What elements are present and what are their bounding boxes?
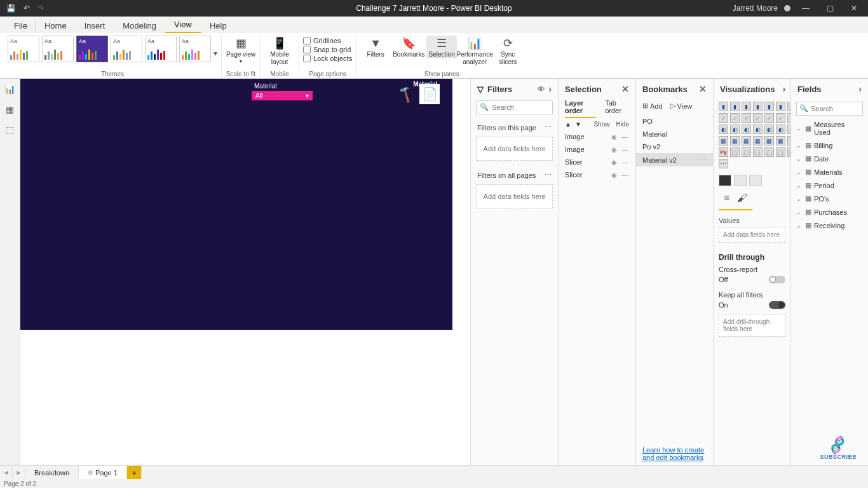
fields-well-tab[interactable] bbox=[719, 175, 731, 186]
visibility-toggle[interactable]: ◉ — bbox=[611, 172, 629, 179]
drill-well-drop[interactable]: Add drill-through fields here bbox=[719, 314, 785, 337]
viz-icon[interactable]: ◐ bbox=[753, 125, 763, 134]
viz-icon[interactable]: ▮ bbox=[753, 102, 763, 111]
document-icon[interactable]: 📄 bbox=[419, 84, 440, 104]
selection-item[interactable]: Slicer◉ — bbox=[559, 156, 635, 168]
paint-format-icon[interactable]: 🖌 bbox=[737, 193, 747, 204]
model-view-icon[interactable]: ⬚ bbox=[6, 125, 14, 135]
tab-order-tab[interactable]: Tab order bbox=[605, 99, 629, 118]
viz-icon[interactable]: ▦ bbox=[753, 136, 763, 146]
viz-icon[interactable]: ◐ bbox=[719, 125, 728, 134]
snap-checkbox[interactable]: Snap to grid bbox=[303, 46, 352, 53]
move-down-icon[interactable]: ▼ bbox=[575, 121, 581, 128]
viz-icon[interactable]: ⬚ bbox=[764, 147, 774, 157]
tab-home[interactable]: Home bbox=[36, 18, 76, 33]
bookmark-item[interactable]: Po v2 bbox=[636, 140, 713, 153]
field-table[interactable]: ⌄▦Measures Used bbox=[791, 118, 868, 139]
more-icon[interactable]: ⋯ bbox=[700, 156, 707, 164]
viz-icon[interactable]: ▦ bbox=[730, 136, 740, 146]
theme-swatch-selected[interactable]: Aa bbox=[76, 36, 108, 62]
viz-icon[interactable]: ◐ bbox=[776, 125, 785, 134]
viz-icon[interactable]: ▦ bbox=[776, 136, 785, 146]
viz-icon[interactable]: ⬚ bbox=[742, 147, 751, 157]
tab-help[interactable]: Help bbox=[201, 18, 236, 33]
viz-icon[interactable]: ▮ bbox=[719, 102, 728, 111]
format-well-tab[interactable] bbox=[734, 175, 747, 186]
bookmark-item[interactable]: Material bbox=[636, 128, 713, 140]
bookmark-item[interactable]: PO bbox=[636, 115, 713, 128]
viz-icon[interactable]: ▮ bbox=[742, 102, 751, 111]
viz-icon[interactable]: ⟋ bbox=[719, 113, 728, 123]
viz-icon[interactable]: ▮ bbox=[776, 102, 785, 111]
values-well-drop[interactable]: Add data fields here bbox=[719, 227, 785, 243]
mobile-layout-button[interactable]: 📱Mobile layout bbox=[264, 36, 295, 66]
field-table[interactable]: ⌄▦Purchases bbox=[791, 205, 868, 219]
visibility-icon[interactable]: 👁 bbox=[538, 85, 545, 93]
filters-pane-button[interactable]: ▼Filters bbox=[360, 36, 391, 58]
analytics-well-tab[interactable] bbox=[749, 175, 762, 186]
maximize-icon[interactable]: ▢ bbox=[821, 4, 839, 13]
theme-swatch[interactable]: Aa bbox=[8, 36, 39, 62]
close-icon[interactable]: ✕ bbox=[699, 84, 707, 94]
viz-icon[interactable]: ◐ bbox=[764, 125, 774, 134]
username[interactable]: Jarrett Moore bbox=[733, 4, 778, 13]
hide-button[interactable]: Hide bbox=[616, 121, 629, 128]
perf-analyzer-button[interactable]: 📊Performance analyzer bbox=[459, 36, 490, 66]
theme-swatch[interactable]: Aa bbox=[179, 36, 211, 62]
more-icon[interactable]: ⋯ bbox=[545, 171, 552, 179]
collapse-icon[interactable]: › bbox=[782, 84, 785, 94]
viz-icon[interactable]: ⬚ bbox=[776, 147, 785, 157]
keep-filters-toggle[interactable] bbox=[769, 301, 785, 309]
viz-icon[interactable]: ▦ bbox=[719, 136, 728, 146]
bookmark-help-link[interactable]: Learn how to create and edit bookmarks bbox=[636, 442, 713, 465]
close-icon[interactable]: ✕ bbox=[845, 4, 863, 13]
field-table[interactable]: ⌄▦Date bbox=[791, 152, 868, 165]
themes-dropdown-icon[interactable]: ▾ bbox=[214, 49, 217, 58]
viz-icon[interactable]: ⟋ bbox=[776, 113, 785, 123]
next-page-icon[interactable]: ► bbox=[13, 466, 25, 479]
lock-checkbox[interactable]: Lock objects bbox=[303, 55, 352, 62]
filter-drop-all[interactable]: Add data fields here bbox=[476, 184, 553, 208]
collapse-icon[interactable]: › bbox=[548, 84, 552, 94]
prev-page-icon[interactable]: ◄ bbox=[0, 466, 13, 479]
undo-icon[interactable]: ↶ bbox=[24, 4, 30, 13]
collapse-icon[interactable]: › bbox=[858, 84, 862, 94]
fields-format-icon[interactable]: ≡ bbox=[724, 193, 729, 204]
selection-item[interactable]: Image◉ — bbox=[559, 143, 635, 156]
fields-search[interactable]: 🔍 bbox=[796, 102, 863, 116]
field-table[interactable]: ⌄▦Receiving bbox=[791, 219, 868, 232]
viz-icon[interactable]: ▦ bbox=[764, 136, 774, 146]
slicer-value[interactable]: All▾ bbox=[252, 91, 313, 100]
field-table[interactable]: ⌄▦Billing bbox=[791, 139, 868, 152]
tab-insert[interactable]: Insert bbox=[76, 18, 114, 33]
report-view-icon[interactable]: 📊 bbox=[4, 84, 15, 94]
field-table[interactable]: ⌄▦Period bbox=[791, 179, 868, 192]
viz-icon[interactable]: ⬚ bbox=[753, 147, 763, 157]
more-icon[interactable]: ⋯ bbox=[545, 123, 552, 132]
bookmarks-pane-button[interactable]: 🔖Bookmarks bbox=[393, 36, 424, 58]
viz-icon[interactable]: ⬚ bbox=[730, 147, 740, 157]
viz-icon[interactable]: ▦ bbox=[742, 136, 751, 146]
page-view-button[interactable]: ▦Page view▾ bbox=[226, 36, 256, 65]
theme-swatch[interactable]: Aa bbox=[111, 36, 142, 62]
viz-icon[interactable]: Py bbox=[719, 147, 728, 157]
viz-icon[interactable]: ◐ bbox=[730, 125, 740, 134]
data-view-icon[interactable]: ▦ bbox=[6, 104, 14, 114]
theme-swatch[interactable]: Aa bbox=[145, 36, 177, 62]
layer-order-tab[interactable]: Layer order bbox=[565, 99, 596, 118]
visibility-toggle[interactable]: ◉ — bbox=[611, 146, 629, 153]
visibility-toggle[interactable]: ◉ — bbox=[611, 133, 629, 140]
save-icon[interactable]: 💾 bbox=[6, 4, 16, 13]
page-tab[interactable]: Breakdown bbox=[25, 466, 79, 479]
redo-icon[interactable]: ↷ bbox=[37, 4, 44, 13]
viz-icon[interactable]: ▮ bbox=[730, 102, 740, 111]
filters-on-page-header[interactable]: Filters on this page⋯ bbox=[471, 119, 558, 135]
theme-swatch[interactable]: Aa bbox=[42, 36, 74, 62]
tab-view[interactable]: View bbox=[165, 17, 201, 33]
viz-icon[interactable]: ⟋ bbox=[730, 113, 740, 123]
filter-search[interactable]: 🔍 bbox=[476, 100, 553, 114]
file-menu[interactable]: File bbox=[6, 18, 36, 33]
viz-icon[interactable]: ⟋ bbox=[764, 113, 774, 123]
filters-on-all-header[interactable]: Filters on all pages⋯ bbox=[471, 167, 558, 183]
viz-icon[interactable]: ▮ bbox=[764, 102, 774, 111]
